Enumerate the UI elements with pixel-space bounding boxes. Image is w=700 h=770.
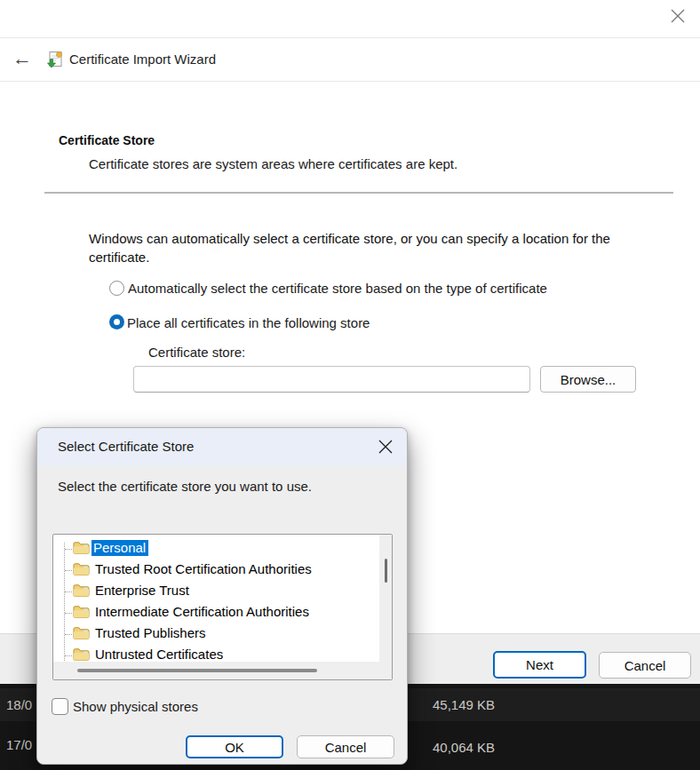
tree-stub: [65, 549, 72, 550]
intro-text: Windows can automatically select a certi…: [89, 229, 650, 266]
tree-stub: [65, 655, 72, 656]
folder-icon: [73, 583, 90, 598]
horizontal-scrollbar[interactable]: [53, 662, 393, 680]
folder-icon: [73, 541, 90, 555]
page-heading: Certificate Store: [59, 133, 155, 147]
store-item[interactable]: Personal: [53, 538, 378, 560]
radio-place-all-store-label[interactable]: Place all certificates in the following …: [127, 315, 370, 330]
file-date-fragment: 18/0: [6, 697, 32, 712]
browse-button[interactable]: Browse...: [540, 366, 636, 393]
store-item[interactable]: Enterprise Trust: [53, 581, 378, 602]
tree-stub: [65, 570, 72, 571]
dialog-title: Select Certificate Store: [58, 439, 194, 454]
store-item-label[interactable]: Enterprise Trust: [93, 583, 192, 599]
dialog-cancel-button[interactable]: Cancel: [297, 735, 394, 758]
folder-icon: [73, 562, 90, 576]
dialog-instruction: Select the certificate store you want to…: [58, 479, 312, 494]
wizard-cancel-button[interactable]: Cancel: [599, 652, 691, 679]
file-size: 45,149 KB: [433, 697, 495, 712]
window-titlebar: [0, 0, 700, 38]
wizard-title: Certificate Import Wizard: [69, 52, 216, 67]
store-item[interactable]: Intermediate Certification Authorities: [53, 602, 378, 623]
certificate-store-label: Certificate store:: [148, 345, 245, 360]
certificate-store-input[interactable]: [133, 366, 530, 393]
folder-icon: [73, 605, 90, 619]
vertical-scrollbar[interactable]: [379, 535, 392, 662]
certificate-import-wizard-window: ← Certificate Import Wizard Certificate …: [0, 0, 700, 770]
vertical-scrollbar-thumb[interactable]: [385, 559, 387, 583]
store-item-label[interactable]: Intermediate Certification Authorities: [93, 604, 312, 620]
store-item[interactable]: Trusted Root Certification Authorities: [53, 560, 378, 581]
ok-button[interactable]: OK: [186, 735, 283, 758]
folder-icon: [73, 626, 90, 640]
file-date-fragment: 17/0: [6, 737, 32, 752]
close-icon[interactable]: [670, 8, 686, 24]
dialog-close-icon[interactable]: [378, 439, 394, 455]
section-divider: [44, 192, 673, 194]
radio-automatic-store-label[interactable]: Automatically select the certificate sto…: [128, 281, 547, 296]
dialog-titlebar: Select Certificate Store: [37, 428, 407, 466]
radio-automatic-store[interactable]: [109, 281, 124, 296]
certificate-store-tree: Personal Trusted Root Certification Auth…: [53, 535, 392, 679]
store-item-label[interactable]: Personal: [91, 540, 148, 556]
back-arrow-icon[interactable]: ←: [12, 46, 32, 71]
wizard-header: ← Certificate Import Wizard: [0, 39, 700, 82]
store-item[interactable]: Trusted Publishers: [53, 623, 378, 645]
select-certificate-store-dialog: Select Certificate Store Select the cert…: [36, 427, 408, 765]
tree-stub: [65, 634, 72, 635]
certificate-import-icon: [45, 51, 64, 69]
tree-stub: [65, 613, 72, 614]
show-physical-stores-label[interactable]: Show physical stores: [73, 699, 198, 714]
file-size: 40,064 KB: [433, 740, 495, 755]
show-physical-stores-checkbox[interactable]: [52, 698, 68, 715]
tree-stub: [65, 591, 72, 592]
certificate-store-list[interactable]: Personal Trusted Root Certification Auth…: [52, 534, 393, 680]
store-item-label[interactable]: Trusted Publishers: [93, 625, 209, 641]
folder-icon: [73, 647, 90, 662]
store-item-label[interactable]: Untrusted Certificates: [93, 647, 226, 663]
radio-place-all-store[interactable]: [109, 314, 124, 329]
horizontal-scrollbar-thumb[interactable]: [77, 669, 317, 672]
page-subheading: Certificate stores are system areas wher…: [89, 156, 457, 171]
next-button[interactable]: Next: [493, 651, 586, 679]
store-item-label[interactable]: Trusted Root Certification Authorities: [93, 561, 314, 577]
